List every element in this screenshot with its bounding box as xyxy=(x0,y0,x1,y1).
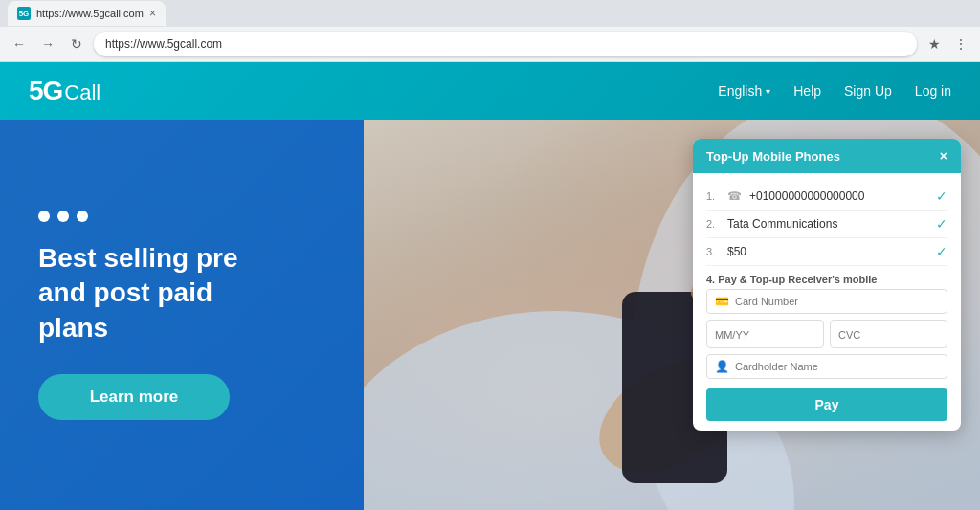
payment-label: 4. Pay & Top-up Receiver's mobile xyxy=(706,266,947,289)
expiry-input[interactable] xyxy=(715,329,815,341)
cvc-field[interactable] xyxy=(830,320,947,348)
reload-button[interactable]: ↻ xyxy=(65,33,88,55)
step-3-text: $50 xyxy=(727,245,928,258)
expiry-field[interactable] xyxy=(706,320,824,348)
topup-popup: Top-Up Mobile Phones × 1. ☎ +01000000000… xyxy=(693,139,961,431)
popup-header: Top-Up Mobile Phones × xyxy=(693,139,961,173)
hero-title-pre: pre xyxy=(196,243,238,273)
dot-2 xyxy=(57,211,69,222)
step-1-text: +01000000000000000 xyxy=(749,189,928,203)
hero-title-and: and xyxy=(38,277,94,307)
website: 5G Call English ▾ Help Sign Up Log in Be… xyxy=(0,62,980,510)
card-number-input[interactable] xyxy=(735,296,939,307)
forward-button[interactable]: → xyxy=(36,33,59,55)
step-2-text: Tata Communications xyxy=(727,217,928,231)
popup-step-1: 1. ☎ +01000000000000000 ✓ xyxy=(706,183,947,211)
main-nav: English ▾ Help Sign Up Log in xyxy=(718,83,951,99)
learn-more-button[interactable]: Learn more xyxy=(38,374,230,420)
credit-card-icon: 💳 xyxy=(715,295,729,308)
menu-icon[interactable]: ⋮ xyxy=(949,33,972,55)
step-2-check-icon: ✓ xyxy=(936,216,947,232)
back-button[interactable]: ← xyxy=(8,33,31,55)
address-bar[interactable] xyxy=(94,32,917,56)
login-link[interactable]: Log in xyxy=(915,83,951,99)
cardholder-field[interactable]: 👤 xyxy=(706,354,947,379)
dot-3 xyxy=(77,211,88,222)
popup-title: Top-Up Mobile Phones xyxy=(706,149,840,164)
phone-icon: ☎ xyxy=(727,189,742,203)
tab-title: https://www.5gcall.com xyxy=(36,8,144,19)
step-3-num: 3. xyxy=(706,246,720,257)
popup-step-3: 3. $50 ✓ xyxy=(706,238,947,266)
step-3-check-icon: ✓ xyxy=(936,244,947,259)
cardholder-input[interactable] xyxy=(735,361,939,372)
popup-body: 1. ☎ +01000000000000000 ✓ 2. Tata Commun… xyxy=(693,173,961,431)
help-link[interactable]: Help xyxy=(793,83,821,99)
browser-toolbar: ← → ↻ ★ ⋮ xyxy=(0,27,980,61)
cvc-input[interactable] xyxy=(838,329,939,341)
hero-left-panel: Best selling pre and post paidplans Lear… xyxy=(0,120,364,510)
toolbar-icons: ★ ⋮ xyxy=(923,33,972,55)
hero-section: Best selling pre and post paidplans Lear… xyxy=(0,120,980,510)
hero-title: Best selling pre and post paidplans xyxy=(38,241,325,345)
tab-favicon: 5G xyxy=(17,7,31,20)
hero-dots xyxy=(38,211,325,222)
tab-bar: 5G https://www.5gcall.com × xyxy=(0,0,980,27)
language-selector[interactable]: English ▾ xyxy=(718,83,770,99)
pay-button[interactable]: Pay xyxy=(706,388,947,421)
popup-close-button[interactable]: × xyxy=(940,148,947,164)
popup-step-2: 2. Tata Communications ✓ xyxy=(706,211,947,238)
card-number-field[interactable]: 💳 xyxy=(706,289,947,314)
logo: 5G Call xyxy=(29,76,100,106)
browser-tab[interactable]: 5G https://www.5gcall.com × xyxy=(8,1,166,26)
person-icon: 👤 xyxy=(715,360,729,373)
browser-chrome: 5G https://www.5gcall.com × ← → ↻ ★ ⋮ xyxy=(0,0,980,62)
hero-title-plain: Best selling xyxy=(38,243,196,273)
bookmark-icon[interactable]: ★ xyxy=(923,33,946,55)
logo-call: Call xyxy=(64,80,100,105)
site-header: 5G Call English ▾ Help Sign Up Log in xyxy=(0,62,980,120)
hero-photo: Top-Up Mobile Phones × 1. ☎ +01000000000… xyxy=(364,120,980,510)
hero-title-post: post xyxy=(94,277,150,307)
dot-1 xyxy=(38,211,50,222)
tab-close-button[interactable]: × xyxy=(149,7,156,20)
signup-link[interactable]: Sign Up xyxy=(844,83,892,99)
logo-5g: 5G xyxy=(29,76,62,106)
step-1-check-icon: ✓ xyxy=(936,188,947,204)
step-2-num: 2. xyxy=(706,218,720,230)
chevron-down-icon: ▾ xyxy=(766,86,770,97)
step-1-num: 1. xyxy=(706,190,720,202)
card-expiry-cvc-row xyxy=(706,320,947,348)
